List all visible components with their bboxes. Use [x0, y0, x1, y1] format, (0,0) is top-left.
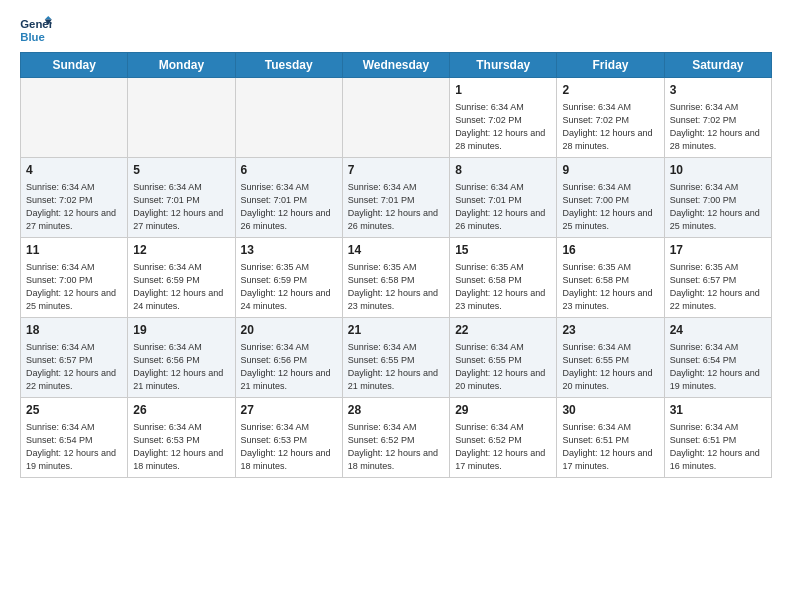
day-number: 3: [670, 82, 766, 99]
calendar-cell: 3Sunrise: 6:34 AM Sunset: 7:02 PM Daylig…: [664, 78, 771, 158]
day-info: Sunrise: 6:35 AM Sunset: 6:58 PM Dayligh…: [455, 261, 551, 313]
day-info: Sunrise: 6:34 AM Sunset: 7:00 PM Dayligh…: [670, 181, 766, 233]
calendar-cell: 24Sunrise: 6:34 AM Sunset: 6:54 PM Dayli…: [664, 318, 771, 398]
day-info: Sunrise: 6:34 AM Sunset: 6:53 PM Dayligh…: [241, 421, 337, 473]
calendar: SundayMondayTuesdayWednesdayThursdayFrid…: [20, 52, 772, 478]
calendar-cell: 28Sunrise: 6:34 AM Sunset: 6:52 PM Dayli…: [342, 398, 449, 478]
weekday-header-tuesday: Tuesday: [235, 53, 342, 78]
day-info: Sunrise: 6:34 AM Sunset: 6:56 PM Dayligh…: [241, 341, 337, 393]
calendar-cell: 2Sunrise: 6:34 AM Sunset: 7:02 PM Daylig…: [557, 78, 664, 158]
weekday-header-sunday: Sunday: [21, 53, 128, 78]
logo-icon: General Blue: [20, 16, 52, 44]
calendar-cell: 21Sunrise: 6:34 AM Sunset: 6:55 PM Dayli…: [342, 318, 449, 398]
calendar-week-row: 25Sunrise: 6:34 AM Sunset: 6:54 PM Dayli…: [21, 398, 772, 478]
day-info: Sunrise: 6:35 AM Sunset: 6:58 PM Dayligh…: [348, 261, 444, 313]
calendar-cell: 16Sunrise: 6:35 AM Sunset: 6:58 PM Dayli…: [557, 238, 664, 318]
day-number: 15: [455, 242, 551, 259]
day-info: Sunrise: 6:34 AM Sunset: 6:55 PM Dayligh…: [348, 341, 444, 393]
day-info: Sunrise: 6:34 AM Sunset: 6:53 PM Dayligh…: [133, 421, 229, 473]
day-info: Sunrise: 6:34 AM Sunset: 7:02 PM Dayligh…: [26, 181, 122, 233]
day-number: 2: [562, 82, 658, 99]
calendar-cell: [21, 78, 128, 158]
calendar-cell: 1Sunrise: 6:34 AM Sunset: 7:02 PM Daylig…: [450, 78, 557, 158]
calendar-week-row: 18Sunrise: 6:34 AM Sunset: 6:57 PM Dayli…: [21, 318, 772, 398]
calendar-cell: 23Sunrise: 6:34 AM Sunset: 6:55 PM Dayli…: [557, 318, 664, 398]
calendar-cell: 15Sunrise: 6:35 AM Sunset: 6:58 PM Dayli…: [450, 238, 557, 318]
calendar-cell: 25Sunrise: 6:34 AM Sunset: 6:54 PM Dayli…: [21, 398, 128, 478]
day-info: Sunrise: 6:35 AM Sunset: 6:57 PM Dayligh…: [670, 261, 766, 313]
day-info: Sunrise: 6:35 AM Sunset: 6:58 PM Dayligh…: [562, 261, 658, 313]
day-info: Sunrise: 6:34 AM Sunset: 6:51 PM Dayligh…: [670, 421, 766, 473]
day-number: 1: [455, 82, 551, 99]
calendar-cell: [235, 78, 342, 158]
logo: General Blue: [20, 16, 52, 44]
svg-text:Blue: Blue: [20, 31, 45, 43]
day-number: 23: [562, 322, 658, 339]
weekday-header-saturday: Saturday: [664, 53, 771, 78]
calendar-cell: 10Sunrise: 6:34 AM Sunset: 7:00 PM Dayli…: [664, 158, 771, 238]
calendar-cell: 20Sunrise: 6:34 AM Sunset: 6:56 PM Dayli…: [235, 318, 342, 398]
day-info: Sunrise: 6:34 AM Sunset: 6:56 PM Dayligh…: [133, 341, 229, 393]
calendar-week-row: 1Sunrise: 6:34 AM Sunset: 7:02 PM Daylig…: [21, 78, 772, 158]
calendar-cell: 19Sunrise: 6:34 AM Sunset: 6:56 PM Dayli…: [128, 318, 235, 398]
day-number: 16: [562, 242, 658, 259]
day-number: 13: [241, 242, 337, 259]
day-info: Sunrise: 6:34 AM Sunset: 7:02 PM Dayligh…: [455, 101, 551, 153]
calendar-cell: [128, 78, 235, 158]
day-number: 18: [26, 322, 122, 339]
day-number: 12: [133, 242, 229, 259]
day-info: Sunrise: 6:34 AM Sunset: 6:52 PM Dayligh…: [348, 421, 444, 473]
weekday-header-wednesday: Wednesday: [342, 53, 449, 78]
weekday-header-thursday: Thursday: [450, 53, 557, 78]
calendar-cell: 12Sunrise: 6:34 AM Sunset: 6:59 PM Dayli…: [128, 238, 235, 318]
calendar-cell: 31Sunrise: 6:34 AM Sunset: 6:51 PM Dayli…: [664, 398, 771, 478]
day-number: 29: [455, 402, 551, 419]
day-number: 30: [562, 402, 658, 419]
calendar-cell: 8Sunrise: 6:34 AM Sunset: 7:01 PM Daylig…: [450, 158, 557, 238]
day-number: 25: [26, 402, 122, 419]
day-info: Sunrise: 6:34 AM Sunset: 7:00 PM Dayligh…: [562, 181, 658, 233]
day-info: Sunrise: 6:34 AM Sunset: 6:51 PM Dayligh…: [562, 421, 658, 473]
day-number: 20: [241, 322, 337, 339]
page: General Blue SundayMondayTuesdayWednesda…: [0, 0, 792, 612]
day-info: Sunrise: 6:34 AM Sunset: 6:59 PM Dayligh…: [133, 261, 229, 313]
calendar-cell: 29Sunrise: 6:34 AM Sunset: 6:52 PM Dayli…: [450, 398, 557, 478]
calendar-week-row: 4Sunrise: 6:34 AM Sunset: 7:02 PM Daylig…: [21, 158, 772, 238]
day-info: Sunrise: 6:34 AM Sunset: 7:01 PM Dayligh…: [133, 181, 229, 233]
weekday-header-monday: Monday: [128, 53, 235, 78]
day-info: Sunrise: 6:34 AM Sunset: 6:55 PM Dayligh…: [455, 341, 551, 393]
day-info: Sunrise: 6:34 AM Sunset: 7:02 PM Dayligh…: [670, 101, 766, 153]
calendar-cell: 13Sunrise: 6:35 AM Sunset: 6:59 PM Dayli…: [235, 238, 342, 318]
calendar-cell: [342, 78, 449, 158]
day-number: 9: [562, 162, 658, 179]
day-number: 4: [26, 162, 122, 179]
day-number: 17: [670, 242, 766, 259]
calendar-week-row: 11Sunrise: 6:34 AM Sunset: 7:00 PM Dayli…: [21, 238, 772, 318]
calendar-cell: 30Sunrise: 6:34 AM Sunset: 6:51 PM Dayli…: [557, 398, 664, 478]
day-number: 14: [348, 242, 444, 259]
calendar-cell: 14Sunrise: 6:35 AM Sunset: 6:58 PM Dayli…: [342, 238, 449, 318]
calendar-cell: 4Sunrise: 6:34 AM Sunset: 7:02 PM Daylig…: [21, 158, 128, 238]
day-number: 21: [348, 322, 444, 339]
day-info: Sunrise: 6:34 AM Sunset: 6:57 PM Dayligh…: [26, 341, 122, 393]
day-number: 7: [348, 162, 444, 179]
calendar-cell: 5Sunrise: 6:34 AM Sunset: 7:01 PM Daylig…: [128, 158, 235, 238]
day-info: Sunrise: 6:34 AM Sunset: 6:52 PM Dayligh…: [455, 421, 551, 473]
day-number: 31: [670, 402, 766, 419]
header: General Blue: [20, 16, 772, 44]
day-number: 28: [348, 402, 444, 419]
weekday-header-row: SundayMondayTuesdayWednesdayThursdayFrid…: [21, 53, 772, 78]
day-info: Sunrise: 6:34 AM Sunset: 7:01 PM Dayligh…: [241, 181, 337, 233]
day-number: 22: [455, 322, 551, 339]
day-number: 11: [26, 242, 122, 259]
day-number: 27: [241, 402, 337, 419]
day-info: Sunrise: 6:34 AM Sunset: 7:01 PM Dayligh…: [455, 181, 551, 233]
day-info: Sunrise: 6:34 AM Sunset: 7:01 PM Dayligh…: [348, 181, 444, 233]
day-info: Sunrise: 6:34 AM Sunset: 7:00 PM Dayligh…: [26, 261, 122, 313]
day-info: Sunrise: 6:34 AM Sunset: 7:02 PM Dayligh…: [562, 101, 658, 153]
calendar-cell: 27Sunrise: 6:34 AM Sunset: 6:53 PM Dayli…: [235, 398, 342, 478]
calendar-cell: 9Sunrise: 6:34 AM Sunset: 7:00 PM Daylig…: [557, 158, 664, 238]
weekday-header-friday: Friday: [557, 53, 664, 78]
day-info: Sunrise: 6:34 AM Sunset: 6:54 PM Dayligh…: [26, 421, 122, 473]
calendar-cell: 11Sunrise: 6:34 AM Sunset: 7:00 PM Dayli…: [21, 238, 128, 318]
